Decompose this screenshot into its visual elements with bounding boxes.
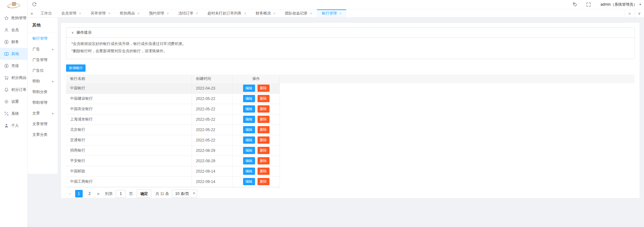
tab-item[interactable]: 工作台 xyxy=(36,9,57,17)
delete-button[interactable]: 删除 xyxy=(258,157,269,164)
delete-button[interactable]: 删除 xyxy=(258,105,269,113)
cell-actions: 编辑删除 xyxy=(233,125,280,135)
sidebar-item-chongzhi[interactable]: 充值 xyxy=(0,60,27,72)
tabs-scroll-right-icon[interactable]: » xyxy=(625,9,634,17)
refresh-icon[interactable] xyxy=(32,2,37,7)
tab-item[interactable]: 超时未打款订单列表× xyxy=(203,9,251,17)
page-number-1[interactable]: 1 xyxy=(75,190,83,197)
cell-create-time: 2022-05-22 xyxy=(192,135,233,145)
tab-label: 财务概况 xyxy=(256,11,271,16)
tab-item[interactable]: 买单管理× xyxy=(86,9,115,17)
submenu-item-bangzhu-fenlei[interactable]: 帮助分类 xyxy=(28,86,58,97)
delete-button[interactable]: 删除 xyxy=(258,147,269,154)
sidebar-item-xitong[interactable]: 系统 xyxy=(0,108,27,119)
edit-button[interactable]: 编辑 xyxy=(243,105,255,113)
edit-button[interactable]: 编辑 xyxy=(243,126,255,133)
tab-close-icon[interactable]: × xyxy=(167,12,169,15)
edit-button[interactable]: 编辑 xyxy=(243,157,255,164)
tab-item[interactable]: 团队收益记录× xyxy=(280,9,317,17)
delete-button[interactable]: 删除 xyxy=(258,126,269,133)
submenu-item-bangzhu[interactable]: 帮助▴ xyxy=(28,76,58,86)
tag-icon[interactable] xyxy=(573,2,577,7)
cell-create-time: 2022-05-22 xyxy=(192,114,233,125)
tab-item[interactable]: 抢拍商品× xyxy=(115,9,144,17)
tab-item[interactable]: 预约管理× xyxy=(144,9,174,17)
submenu-item-wenzhang-fenlei[interactable]: 文章分类 xyxy=(28,129,58,140)
cell-create-time: 2022-08-29 xyxy=(192,156,233,166)
edit-button[interactable]: 编辑 xyxy=(243,178,255,185)
submenu-item-wenzhang[interactable]: 文章▴ xyxy=(28,108,58,119)
sidebar-item-huiyuan[interactable]: 会员 xyxy=(0,24,27,36)
pagination-bar: < 12 > 到第 页 确定 共 11 条 10 条/页 ∨ xyxy=(66,187,280,200)
tab-label: 团队收益记录 xyxy=(285,11,308,16)
sidebar-item-label: 充值 xyxy=(11,63,19,69)
sidebar-item-shezhi[interactable]: 设置 xyxy=(0,96,27,108)
cell-bank-name: 上海浦发银行 xyxy=(66,114,192,125)
submenu-item-guanggao-wei[interactable]: 广告位 xyxy=(28,65,58,76)
page-next-icon[interactable]: > xyxy=(97,191,100,196)
page-prev-icon[interactable]: < xyxy=(68,191,72,196)
delete-button[interactable]: 删除 xyxy=(258,85,269,92)
submenu-item-label: 文章 xyxy=(32,111,40,116)
goto-label: 到第 xyxy=(105,191,113,197)
submenu-item-bangzhu-guanli[interactable]: 帮助管理 xyxy=(28,97,58,108)
fullscreen-icon[interactable] xyxy=(586,2,591,7)
cell-actions: 编辑删除 xyxy=(233,156,280,166)
edit-button[interactable]: 编辑 xyxy=(243,168,255,175)
sidebar-item-qita[interactable]: 其他 xyxy=(0,48,27,60)
tab-close-icon[interactable]: × xyxy=(339,12,341,15)
edit-button[interactable]: 编辑 xyxy=(243,116,255,123)
caret-down-icon[interactable]: ▼ xyxy=(639,3,641,6)
sidebar-item-caiwu[interactable]: 财务 xyxy=(0,36,27,48)
tabs-more-icon[interactable]: ∨ xyxy=(634,9,644,17)
page-number-2[interactable]: 2 xyxy=(86,190,93,197)
edit-button[interactable]: 编辑 xyxy=(243,85,255,92)
tab-close-icon[interactable]: × xyxy=(273,12,275,15)
app-logo[interactable] xyxy=(0,0,27,12)
goto-page-input[interactable] xyxy=(116,190,126,198)
table-row: 中国农业银行2022-05-22编辑删除 xyxy=(66,104,280,114)
submenu-item-guanggao-guanli[interactable]: 广告管理 xyxy=(28,54,58,65)
delete-button[interactable]: 删除 xyxy=(258,168,269,175)
submenu-item-yinhang-guanli[interactable]: 银行管理 xyxy=(28,33,58,44)
sidebar-item-jifen-shangpin[interactable]: 积分商品 xyxy=(0,72,27,84)
tab-item[interactable]: 冻结订单× xyxy=(174,9,203,17)
user-menu[interactable]: admin（系统管理员） xyxy=(600,2,637,7)
sidebar-item-label: 设置 xyxy=(11,99,19,104)
delete-button[interactable]: 删除 xyxy=(258,178,269,185)
delete-button[interactable]: 删除 xyxy=(258,136,269,144)
tab-close-icon[interactable]: × xyxy=(79,12,81,15)
submenu-item-label: 广告管理 xyxy=(32,57,47,63)
submenu-item-wenzhang-guanli[interactable]: 文章管理 xyxy=(28,119,58,129)
tab-close-icon[interactable]: × xyxy=(108,12,110,15)
tab-close-icon[interactable]: × xyxy=(310,12,312,15)
notice-header[interactable]: ∨ 操作提示 xyxy=(66,28,634,38)
page-size-select[interactable]: 10 条/页 xyxy=(172,190,197,198)
sidebar-item-label: 积分订单 xyxy=(11,87,26,92)
tab-close-icon[interactable]: × xyxy=(244,12,246,15)
delete-button[interactable]: 删除 xyxy=(258,116,269,123)
cart-icon xyxy=(4,75,9,80)
main-sidebar: 抢拍管理会员财务其他充值积分商品积分订单设置系统个人 xyxy=(0,0,28,227)
tab-item[interactable]: 银行管理× xyxy=(317,9,346,17)
submenu-item-label: 广告位 xyxy=(32,68,44,73)
tab-item[interactable]: 财务概况× xyxy=(251,9,280,17)
sidebar-item-geren[interactable]: 个人 xyxy=(0,119,27,131)
sidebar-item-qiangpai[interactable]: 抢拍管理 xyxy=(0,12,27,24)
delete-button[interactable]: 删除 xyxy=(258,95,269,102)
edit-button[interactable]: 编辑 xyxy=(243,95,255,102)
add-bank-button[interactable]: 新增银行 xyxy=(66,64,86,72)
tabs-scroll-left-icon[interactable]: « xyxy=(28,9,36,17)
user-icon xyxy=(4,28,9,32)
table-row: 交通银行2022-05-22编辑删除 xyxy=(66,135,280,146)
cell-create-time: 2022-08-29 xyxy=(192,146,233,156)
tab-label: 银行管理 xyxy=(322,11,337,16)
sidebar-item-jifen-dingdan[interactable]: 积分订单 xyxy=(0,84,27,96)
edit-button[interactable]: 编辑 xyxy=(243,136,255,144)
tab-close-icon[interactable]: × xyxy=(196,12,198,15)
tab-close-icon[interactable]: × xyxy=(137,12,140,15)
tab-item[interactable]: 会员管理× xyxy=(57,9,86,17)
submenu-item-guanggao[interactable]: 广告▴ xyxy=(28,44,58,54)
goto-confirm-button[interactable]: 确定 xyxy=(137,190,151,198)
edit-button[interactable]: 编辑 xyxy=(243,147,255,154)
